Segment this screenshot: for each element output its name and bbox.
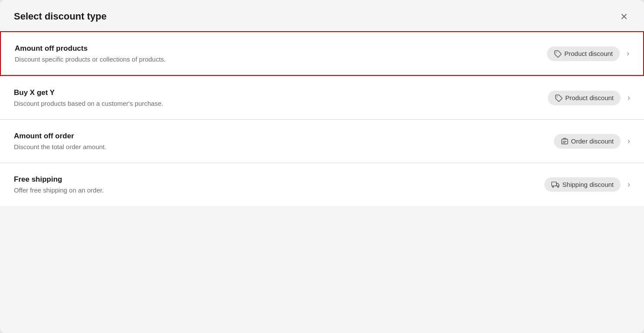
- chevron-icon-3: ›: [628, 137, 630, 146]
- discount-description-amount-off-products: Discount specific products or collection…: [15, 56, 547, 63]
- badge-label-3: Order discount: [571, 137, 614, 145]
- order-icon: [561, 137, 569, 145]
- discount-item-amount-off-order[interactable]: Amount off order Discount the total orde…: [0, 120, 644, 163]
- chevron-icon-4: ›: [628, 180, 630, 189]
- discount-title-free-shipping: Free shipping: [14, 175, 544, 184]
- discount-item-right-3: Order discount ›: [554, 134, 630, 149]
- badge-label-2: Product discount: [565, 94, 614, 101]
- close-button[interactable]: [618, 10, 630, 23]
- discount-title-amount-off-products: Amount off products: [15, 44, 547, 53]
- order-discount-badge: Order discount: [554, 134, 621, 149]
- badge-label-1: Product discount: [564, 50, 613, 57]
- truck-icon: [551, 181, 560, 188]
- discount-item-left-3: Amount off order Discount the total orde…: [14, 132, 554, 150]
- discount-item-left: Amount off products Discount specific pr…: [15, 44, 547, 63]
- svg-point-3: [552, 186, 553, 187]
- shipping-discount-badge: Shipping discount: [544, 177, 621, 192]
- discount-item-right-2: Product discount ›: [548, 91, 630, 105]
- tag-icon-1: [554, 50, 562, 58]
- product-discount-badge-1: Product discount: [547, 46, 620, 61]
- discount-item-buy-x-get-y[interactable]: Buy X get Y Discount products based on a…: [0, 76, 644, 119]
- chevron-icon-2: ›: [628, 93, 630, 102]
- modal-title: Select discount type: [14, 11, 107, 22]
- close-icon: [620, 12, 628, 21]
- chevron-icon-1: ›: [627, 49, 629, 58]
- select-discount-modal: Select discount type Amount off products…: [0, 0, 644, 333]
- discount-description-buy-x-get-y: Discount products based on a customer's …: [14, 100, 548, 107]
- discount-item-left-4: Free shipping Offer free shipping on an …: [14, 175, 544, 194]
- discount-item-amount-off-products[interactable]: Amount off products Discount specific pr…: [0, 31, 644, 76]
- modal-header: Select discount type: [0, 0, 644, 31]
- discount-title-buy-x-get-y: Buy X get Y: [14, 88, 548, 97]
- badge-label-4: Shipping discount: [563, 181, 614, 188]
- svg-point-1: [557, 96, 558, 97]
- discount-item-left-2: Buy X get Y Discount products based on a…: [14, 88, 548, 107]
- discount-description-free-shipping: Offer free shipping on an order.: [14, 186, 544, 194]
- svg-point-4: [557, 186, 559, 187]
- discount-title-amount-off-order: Amount off order: [14, 132, 554, 140]
- discount-item-right: Product discount ›: [547, 46, 629, 61]
- tag-icon-2: [555, 94, 563, 102]
- product-discount-badge-2: Product discount: [548, 91, 621, 105]
- svg-point-0: [556, 52, 557, 53]
- discount-description-amount-off-order: Discount the total order amount.: [14, 143, 554, 150]
- discount-item-right-4: Shipping discount ›: [544, 177, 630, 192]
- discount-item-free-shipping[interactable]: Free shipping Offer free shipping on an …: [0, 163, 644, 206]
